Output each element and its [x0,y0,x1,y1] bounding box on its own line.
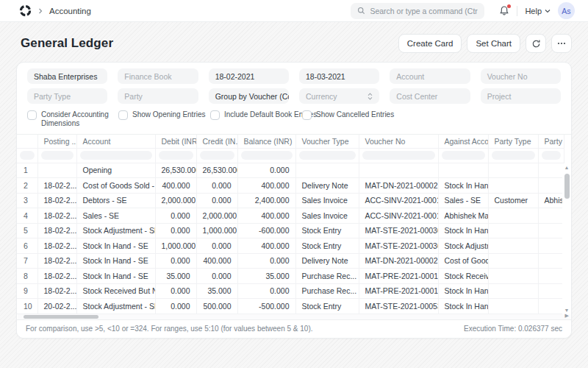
app-logo-icon[interactable] [19,4,32,17]
cell-voucher-type[interactable] [295,163,359,178]
cell-voucher-type[interactable]: Stock Entry [295,299,359,314]
from-date-filter[interactable]: 18-02-2021 [209,68,289,84]
cell-balance-inr-[interactable]: 0.000 [237,283,295,299]
cell-party-type[interactable] [488,299,538,314]
create-card-button[interactable]: Create Card [398,34,462,53]
cell-voucher-no[interactable]: MAT-DN-2021-00002 [359,253,438,269]
cell-account[interactable]: Stock Adjustment - SE [76,299,155,314]
cell-account[interactable]: Sales - SE [76,208,155,224]
cell-posting-[interactable]: 18-02-2... [37,253,76,269]
cell-voucher-no[interactable]: MAT-PRE-2021-00018 [359,269,438,284]
checkbox-box[interactable] [210,110,220,120]
cell-balance-inr-[interactable]: -500.000 [237,299,295,314]
column-header-voucher-type[interactable]: Voucher Type [295,135,359,148]
party-filter[interactable]: Party [118,88,198,104]
cell-balance-inr-[interactable]: 400.000 [237,238,295,254]
to-date-filter[interactable]: 18-03-2021 [299,68,379,84]
cell-voucher-type[interactable]: Sales Invoice [295,208,359,224]
cell-posting-[interactable]: 18-02-2... [37,223,76,238]
vertical-scrollbar[interactable]: ▲ ▼ [562,163,571,314]
row-index[interactable]: 5 [17,223,37,238]
cell-against-acco-[interactable]: Stock In Hand... [438,283,488,299]
cell-debit-inr-[interactable]: 0.000 [155,253,196,269]
cell-account[interactable]: Debtors - SE [76,193,155,208]
cost-center-filter[interactable]: Cost Center [390,88,470,104]
cell-voucher-no[interactable]: MAT-PRE-2021-00018 [359,283,438,299]
cell-party-type[interactable] [488,208,538,224]
table-row[interactable]: 218-02-2...Cost of Goods Sold - SE400.00… [17,178,564,194]
cell-against-acco-[interactable]: Stock Receive... [438,269,488,284]
checkbox-include-default-book-entries[interactable]: Include Default Book Entries [210,110,302,120]
cell-posting-[interactable]: 18-02-2... [37,193,76,208]
cell-party-type[interactable] [488,238,538,254]
table-row[interactable]: 518-02-2...Stock Adjustment - SE0.0001,0… [17,223,564,238]
column-filter-input[interactable] [80,151,152,160]
cell-party-type[interactable] [488,283,538,299]
cell-against-acco-[interactable]: Sales - SE [438,193,488,208]
cell-voucher-type[interactable]: Delivery Note [295,253,359,269]
cell-posting-[interactable]: 18-02-2... [37,269,76,284]
table-row[interactable]: 718-02-2...Stock In Hand - SE0.000400.00… [17,253,564,269]
cell-party-type[interactable]: Customer [488,193,538,208]
cell-credit-in-[interactable]: 500.000 [196,299,237,314]
cell-credit-in-[interactable]: 26,530.000 [196,163,237,178]
cell-party[interactable] [538,253,564,269]
column-filter-input[interactable] [442,151,485,160]
column-filter-input[interactable] [299,151,356,160]
row-index[interactable]: 6 [17,238,37,254]
cell-debit-inr-[interactable]: 1,000.000 [155,238,196,254]
column-filter-input[interactable] [241,151,293,160]
table-row[interactable]: 1020-02-2...Stock Adjustment - SE0.00050… [17,299,564,314]
cell-voucher-no[interactable]: ACC-SINV-2021-00015 [359,208,438,224]
cell-party-type[interactable] [488,163,538,178]
column-filter-input[interactable] [542,151,561,160]
row-index[interactable]: 3 [17,193,37,208]
cell-debit-inr-[interactable]: 0.000 [155,223,196,238]
cell-party[interactable] [538,283,564,299]
breadcrumb[interactable]: Accounting [49,7,91,15]
cell-party[interactable] [538,223,564,238]
group-by-filter[interactable]: Group by Voucher (Consol [209,88,289,104]
cell-account[interactable]: Stock In Hand - SE [76,269,155,284]
party-type-filter[interactable]: Party Type [27,88,107,104]
avatar[interactable]: As [558,2,575,19]
column-header-account[interactable]: Account [76,135,155,148]
cell-party[interactable] [538,238,564,254]
cell-account[interactable]: Stock In Hand - SE [76,253,155,269]
column-header-voucher-no[interactable]: Voucher No [359,135,438,148]
cell-account[interactable]: Stock Adjustment - SE [76,223,155,238]
row-index[interactable]: 4 [17,208,37,224]
cell-credit-in-[interactable]: 2,000.000 [196,208,237,224]
cell-party-type[interactable] [488,269,538,284]
cell-balance-inr-[interactable]: 35.000 [237,269,295,284]
column-header-posting-[interactable]: Posting ... [37,135,76,148]
global-search[interactable] [351,3,484,19]
row-index[interactable]: 8 [17,269,37,284]
refresh-button[interactable] [526,34,546,53]
notifications-bell-icon[interactable] [499,5,509,16]
column-header-party[interactable]: Party [538,135,564,148]
cell-voucher-type[interactable]: Delivery Note [295,178,359,194]
scroll-right-icon[interactable]: ▶ [565,313,569,319]
scroll-up-icon[interactable]: ▲ [564,163,570,171]
cell-voucher-no[interactable]: MAT-STE-2021-00036 [359,223,438,238]
cell-party-type[interactable] [488,253,538,269]
cell-voucher-type[interactable]: Stock Entry [295,238,359,254]
checkbox-box[interactable] [302,110,312,120]
table-row[interactable]: 318-02-2...Debtors - SE2,000.0000.0002,4… [17,193,564,208]
cell-balance-inr-[interactable]: 400.000 [237,208,295,224]
cell-party[interactable] [538,269,564,284]
cell-party[interactable]: Abhishek [538,193,564,208]
cell-party[interactable] [538,208,564,224]
cell-credit-in-[interactable]: 1,000.000 [196,223,237,238]
cell-debit-inr-[interactable]: 400.000 [155,178,196,194]
cell-posting-[interactable]: 18-02-2... [37,283,76,299]
cell-posting-[interactable]: 20-02-2... [37,299,76,314]
voucher-no-filter[interactable]: Voucher No [481,68,561,84]
row-index[interactable]: 7 [17,253,37,269]
cell-voucher-type[interactable]: Stock Entry [295,223,359,238]
checkbox-show-opening-entries[interactable]: Show Opening Entries [118,110,210,120]
cell-credit-in-[interactable]: 0.000 [196,269,237,284]
table-row[interactable]: 1Opening26,530.00026,530.0000.000 [17,163,564,178]
cell-posting-[interactable]: 18-02-2... [37,238,76,254]
